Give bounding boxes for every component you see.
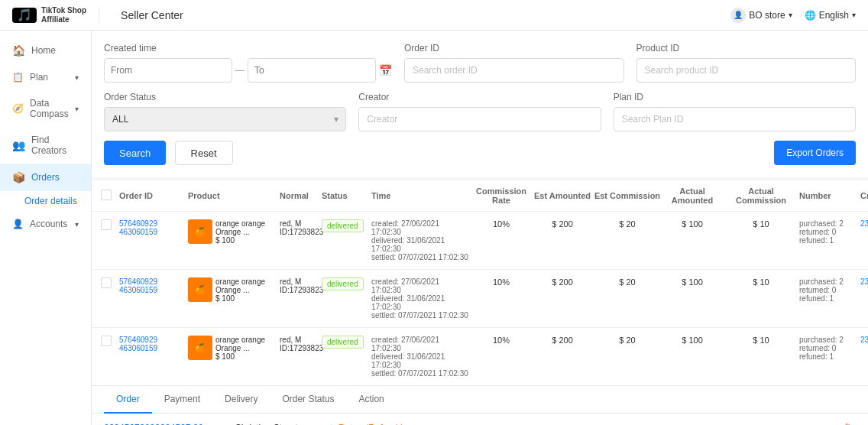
accounts-chevron-icon: ▾: [75, 220, 79, 229]
product-thumb-1: 🍊: [188, 277, 212, 302]
returned-0: returned: 0: [799, 228, 860, 236]
plan-id-input[interactable]: [614, 107, 856, 131]
language-selector[interactable]: 🌐 English ▾: [805, 10, 856, 21]
plan-id-filter: Plan ID: [614, 92, 856, 131]
delivered-label-1: delivered: 31/06/2021 17:02:30: [371, 294, 471, 311]
orange-icon-0: 🍊: [195, 227, 206, 237]
reset-button[interactable]: Reset: [175, 141, 233, 165]
header-commission-rate: Commission Rate: [471, 187, 532, 205]
row-number-2: purchased: 2 returned: 0 refuned: 1: [799, 336, 860, 361]
bottom-tab-bar: Order Payment Delivery Order Status Acti…: [92, 386, 868, 414]
row-creator-0: 234990113xx: [860, 219, 868, 228]
tab-action[interactable]: Action: [346, 386, 396, 414]
product-name-2: orange orange Orange ...: [215, 336, 280, 352]
plan-chevron-icon: ▾: [75, 73, 79, 82]
row-actual-amount-2: $ 100: [662, 336, 723, 345]
product-price-2: $ 100: [215, 352, 280, 361]
row-time-1: created: 27/06/2021 17:02:30 delivered: …: [371, 277, 471, 320]
row-actual-amount-0: $ 100: [662, 219, 723, 229]
tab-order-status[interactable]: Order Status: [270, 386, 346, 414]
sidebar-item-plan[interactable]: 📋 Plan ▾: [0, 64, 91, 90]
filter-section: Created time — 📅 Order ID Product ID: [92, 31, 868, 177]
row-normal-2: red, M ID:17293823: [280, 336, 322, 352]
settled-label-0: settled: 07/07/2021 17:02:30: [371, 253, 471, 261]
status-badge-2: delivered: [322, 336, 364, 349]
settled-label-2: settled: 07/07/2021 17:02:30: [371, 369, 471, 378]
sidebar-item-orders[interactable]: 📦 Orders: [0, 164, 91, 191]
created-label-0: created: 27/06/2021 17:02:30: [371, 219, 471, 236]
sidebar-item-data-compass[interactable]: 🧭 Data Compass ▾: [0, 90, 91, 127]
header-est-commission: Est Commission: [593, 191, 662, 200]
delivered-label-2: delivered: 31/06/2021 17:02:30: [371, 352, 471, 369]
row-est-commission-2: $ 20: [593, 336, 662, 345]
row-checkbox-2[interactable]: [101, 336, 112, 346]
row-normal-0: red, M ID:17293823: [280, 219, 322, 236]
row-checkbox-1[interactable]: [101, 277, 112, 288]
tab-payment[interactable]: Payment: [152, 386, 212, 414]
row-checkbox-0[interactable]: [101, 219, 112, 230]
sidebar-item-find-creators[interactable]: 👥 Find Creators: [0, 127, 91, 164]
row-normal-1: red, M ID:17293823: [280, 277, 322, 294]
row-status-1: delivered: [322, 277, 371, 290]
divider: [99, 8, 99, 23]
row-commission-rate-2: 10%: [471, 336, 532, 345]
order-status-select[interactable]: ALL: [104, 107, 346, 131]
logo: 🎵 TikTok Shop Affiliate: [12, 6, 86, 24]
row-order-id-2[interactable]: 576460929 463060159: [119, 336, 188, 352]
creator-label: Creator: [358, 92, 601, 102]
filter-row-1: Created time — 📅 Order ID Product ID: [104, 43, 856, 83]
sidebar-sub-label-order-details: Order details: [24, 196, 77, 206]
row-order-id-1[interactable]: 576460929 463060159: [119, 277, 188, 294]
search-button[interactable]: Search: [104, 141, 166, 165]
header-left: 🎵 TikTok Shop Affiliate Seller Center: [12, 6, 183, 24]
store-selector[interactable]: 👤 BO store ▾: [730, 8, 792, 23]
row-order-id-0[interactable]: 576460929 463060159: [119, 219, 188, 236]
select-all-checkbox[interactable]: [101, 190, 112, 200]
product-id-label: Product ID: [636, 43, 857, 54]
date-separator: —: [235, 65, 245, 76]
product-text-2: orange orange Orange ... $ 100: [215, 336, 280, 361]
row-number-1: purchased: 2 returned: 0 refuned: 1: [799, 277, 860, 303]
search-reset-group: Search Reset: [104, 141, 233, 165]
created-time-label: Created time: [104, 43, 392, 54]
bottom-panel: Order Payment Delivery Order Status Acti…: [92, 385, 868, 425]
export-orders-button[interactable]: Export Orders: [774, 141, 856, 165]
sidebar-item-home[interactable]: 🏠 Home: [0, 37, 91, 64]
plan-id-label: Plan ID: [614, 92, 856, 102]
row-creator-1: 234990113xx: [860, 277, 868, 286]
sidebar-sub-order-details[interactable]: Order details: [0, 191, 91, 211]
purchased-2: purchased: 2: [799, 336, 860, 344]
row-time-2: created: 27/06/2021 17:02:30 delivered: …: [371, 336, 471, 378]
status-badge-0: delivered: [322, 219, 364, 232]
main-layout: 🏠 Home 📋 Plan ▾ 🧭 Data Compass ▾ 👥 Find …: [0, 31, 868, 425]
compass-chevron-icon: ▾: [75, 105, 79, 113]
date-to-input[interactable]: [248, 58, 376, 83]
order-status-filter: Order Status ALL: [104, 92, 346, 131]
row-est-amount-0: $ 200: [532, 219, 593, 229]
product-name-1: orange orange Orange ...: [215, 277, 280, 294]
tab-order[interactable]: Order: [104, 386, 152, 414]
order-status-label: Order Status: [104, 92, 346, 102]
calendar-icon[interactable]: 📅: [379, 64, 392, 76]
filter-actions: Search Reset Export Orders: [104, 141, 856, 165]
product-id-input[interactable]: [636, 58, 857, 83]
header-status: Status: [322, 191, 371, 200]
header-order-id: Order ID: [119, 191, 188, 200]
date-from-input[interactable]: [104, 58, 232, 83]
orders-icon: 📦: [12, 171, 25, 183]
creator-input[interactable]: [358, 107, 601, 131]
lang-chevron-icon: ▾: [852, 11, 856, 19]
row-est-commission-1: $ 20: [593, 277, 662, 287]
header-time: Time: [371, 191, 471, 200]
sidebar-item-accounts[interactable]: 👤 Accounts ▾: [0, 211, 91, 237]
refunded-2: refuned: 1: [799, 352, 860, 361]
seller-center-title: Seller Center: [121, 9, 183, 21]
header-actual-commission: Actual Commission: [723, 187, 799, 205]
product-id-filter: Product ID: [636, 43, 857, 83]
row-check-0: [101, 219, 119, 232]
order-id-input[interactable]: [404, 58, 624, 83]
tiktok-logo-icon: 🎵: [12, 8, 37, 23]
order-status-select-wrapper: ALL: [104, 107, 346, 131]
row-number-0: purchased: 2 returned: 0 refuned: 1: [799, 219, 860, 245]
tab-delivery[interactable]: Delivery: [212, 386, 270, 414]
